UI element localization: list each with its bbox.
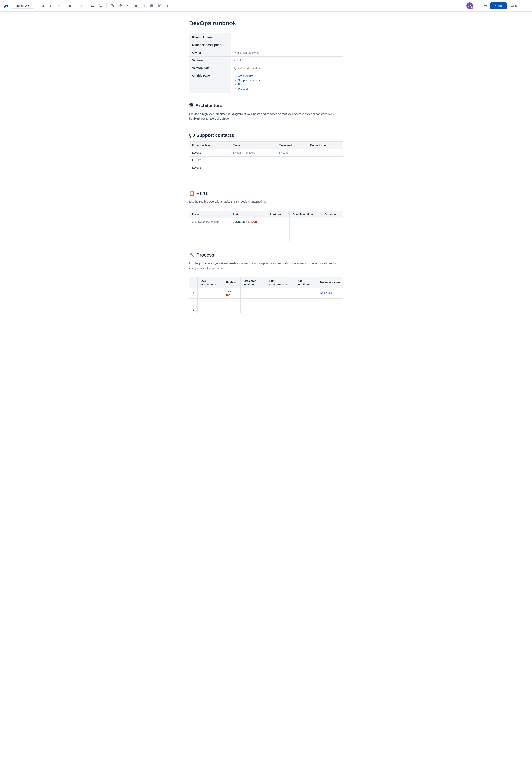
svg-rect-11 <box>100 5 102 5</box>
cell-expertise-4[interactable] <box>189 171 230 179</box>
add-collaborator-button[interactable]: + <box>475 3 481 9</box>
cell-run-state-1[interactable]: SUCCESS / ERROR <box>230 218 267 226</box>
cell-contact-2[interactable] <box>307 156 343 164</box>
cell-contact-3[interactable] <box>307 164 343 171</box>
cell-start-time-2[interactable] <box>267 226 289 233</box>
info-value-on-this-page: Architecture Support contacts Runs Proce… <box>231 72 343 93</box>
cell-contact-1[interactable] <box>307 149 343 156</box>
more-insert-button[interactable]: + <box>164 3 171 9</box>
runs-heading: 📋 Runs <box>189 191 343 196</box>
cell-completed-time-1[interactable] <box>289 218 322 226</box>
bold-button[interactable]: B <box>40 3 46 9</box>
info-value-runbook-name[interactable] <box>231 33 343 41</box>
cell-documentation-2[interactable] <box>317 298 343 306</box>
cell-conditions-2[interactable] <box>294 298 317 306</box>
cell-documentation-1[interactable]: Add a link <box>317 288 343 298</box>
cell-duration-3[interactable] <box>322 233 343 241</box>
number-list-button[interactable]: 1. 2. 3. <box>98 3 104 9</box>
info-value-version[interactable]: e.g., 2.3 <box>231 57 343 64</box>
on-this-page-link-architecture[interactable]: Architecture <box>238 74 253 78</box>
col-run-conditions: Run conditions <box>294 277 317 288</box>
heading-select[interactable]: Heading 2 ▾ <box>12 3 34 9</box>
bullet-list-button[interactable] <box>90 3 96 9</box>
cell-lead-3[interactable] <box>276 164 307 171</box>
cell-duration-1[interactable] <box>322 218 343 226</box>
overflow-menu-button[interactable]: ··· <box>522 3 529 9</box>
cell-team-4[interactable] <box>230 171 276 179</box>
cell-instructions-3[interactable] <box>198 306 223 313</box>
cell-completed-time-3[interactable] <box>289 233 322 241</box>
info-value-version-date[interactable]: Type // to add the date <box>231 64 343 72</box>
cell-environments-1[interactable] <box>266 288 294 298</box>
cell-expertise-3[interactable]: Level 3 <box>189 164 230 171</box>
cell-enabled-2[interactable] <box>223 298 241 306</box>
info-value-runbook-desc[interactable] <box>231 41 343 49</box>
cell-location-3[interactable] <box>241 306 266 313</box>
publish-button[interactable]: Publish <box>490 3 507 9</box>
image-button[interactable] <box>125 3 131 9</box>
cell-run-state-3[interactable] <box>230 233 267 241</box>
cell-lead-1[interactable]: @ Lead <box>276 149 307 156</box>
cell-start-time-1[interactable] <box>267 218 289 226</box>
cell-environments-2[interactable] <box>266 298 294 306</box>
cell-team-2[interactable] <box>230 156 276 164</box>
cell-location-1[interactable] <box>241 288 266 298</box>
support-contacts-heading-text: Support contacts <box>197 133 234 138</box>
table-row: Version e.g., 2.3 <box>189 57 343 64</box>
more-format-button[interactable]: ··· <box>56 3 62 9</box>
task-button[interactable] <box>109 3 115 9</box>
cell-location-2[interactable] <box>241 298 266 306</box>
cell-team-3[interactable] <box>230 164 276 171</box>
table-row <box>189 171 343 179</box>
cell-completed-time-2[interactable] <box>289 226 322 233</box>
page-title[interactable]: DevOps runbook <box>189 20 343 26</box>
table-button[interactable] <box>149 3 155 9</box>
on-this-page-link-process[interactable]: Process <box>238 87 248 90</box>
align-button[interactable] <box>67 3 73 9</box>
cell-instructions-1[interactable] <box>198 288 223 298</box>
cell-conditions-3[interactable] <box>294 306 317 313</box>
cell-row-num-1: 1 <box>189 288 198 298</box>
cell-contact-4[interactable] <box>307 171 343 179</box>
cell-team-1[interactable]: @ Team members <box>230 149 276 156</box>
cell-documentation-3[interactable] <box>317 306 343 313</box>
mention-button[interactable]: @ <box>133 3 139 9</box>
cell-run-name-3[interactable] <box>189 233 230 241</box>
col-name: Name <box>189 211 230 218</box>
on-this-page-link-support-contacts[interactable]: Support contacts <box>238 78 260 82</box>
cell-lead-2[interactable] <box>276 156 307 164</box>
info-value-owner[interactable]: @ mention the owner <box>231 49 343 57</box>
cell-duration-2[interactable] <box>322 226 343 233</box>
cell-instructions-2[interactable] <box>198 298 223 306</box>
enabled-separator: / <box>232 290 233 293</box>
table-header-row: Step instructions Enabled Execution loca… <box>189 277 343 288</box>
table-row: Level 1 @ Team members @ Lead <box>189 149 343 156</box>
italic-button[interactable]: I <box>48 3 54 9</box>
cell-lead-4[interactable] <box>276 171 307 179</box>
cell-expertise-2[interactable]: Level 2 <box>189 156 230 164</box>
cell-enabled-1[interactable]: YES / NO <box>223 288 241 298</box>
info-label-owner: Owner <box>189 49 231 57</box>
cell-expertise-1[interactable]: Level 1 <box>189 149 230 156</box>
cell-run-name-1[interactable]: e.g., Database backup <box>189 218 230 226</box>
table-row: Owner @ mention the owner <box>189 49 343 57</box>
cell-enabled-3[interactable] <box>223 306 241 313</box>
support-contacts-heading: 💬 Support contacts <box>189 133 343 138</box>
cell-conditions-1[interactable] <box>294 288 317 298</box>
chevron-down-icon: ▾ <box>28 4 29 8</box>
cell-row-num-2: 2 <box>189 298 198 306</box>
watch-button[interactable] <box>483 3 489 9</box>
text-color-button[interactable]: A <box>78 3 85 9</box>
layout-button[interactable] <box>156 3 163 9</box>
avatar[interactable]: CK <box>466 3 473 9</box>
architecture-description: Provide a high-level architectural diagr… <box>189 112 343 121</box>
link-button[interactable] <box>117 3 123 9</box>
cell-start-time-3[interactable] <box>267 233 289 241</box>
svg-rect-24 <box>158 5 159 7</box>
cell-run-state-2[interactable] <box>230 226 267 233</box>
emoji-button[interactable]: ☺ <box>141 3 147 9</box>
cell-environments-3[interactable] <box>266 306 294 313</box>
on-this-page-link-runs[interactable]: Runs <box>238 83 245 86</box>
close-button[interactable]: Close <box>508 3 521 9</box>
cell-run-name-2[interactable] <box>189 226 230 233</box>
